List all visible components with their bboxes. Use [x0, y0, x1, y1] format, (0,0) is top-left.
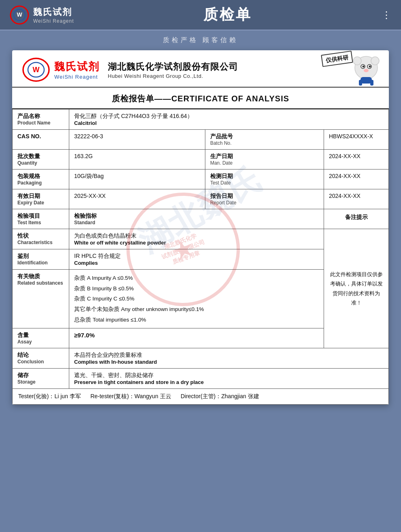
mascot-icon [350, 54, 382, 86]
characteristics-label: 性状 Characteristics [13, 229, 69, 249]
retester-label: Re-tester(复核)： [90, 393, 134, 399]
related-substances-label: 有关物质 Related substances [13, 270, 69, 328]
quantity-value: 163.2G [69, 150, 205, 169]
test-date-label: 检测日期 Test Date [205, 169, 324, 189]
conclusion-value: 本品符合企业内控质量标准 Complies with In-house stan… [69, 348, 389, 369]
assay-value: ≥97.0% [69, 328, 324, 348]
identification-label: 鉴别 Identification [13, 249, 69, 270]
document-container: 湖北魏氏 ★ 湖北魏氏化学试剂股份有限公司质检专用章 W 魏氏试剂 WeiShi… [12, 50, 389, 405]
characteristics-row: 性状 Characteristics 为白色或类白色结晶粉末 White or … [13, 229, 389, 249]
doc-header: W 魏氏试剂 WeiShi Reagent 湖北魏氏化学试剂股份有限公司 Hub… [12, 50, 389, 88]
man-date-value: 2024-XX-XX [324, 150, 389, 169]
remark-col-header: 备注提示 [324, 209, 389, 229]
batch-value: HBWS24XXXX-X [324, 130, 389, 150]
storage-value: 遮光、干燥、密封、阴凉处储存 Preserve in tight contain… [69, 369, 389, 389]
expiry-value: 2025-XX-XX [69, 189, 205, 209]
logo-area: W 魏氏试剂 WeiShi Reagent [10, 5, 74, 25]
svg-rect-15 [359, 80, 362, 86]
cas-label: CAS NO. [13, 130, 69, 150]
footer-content: Tester(化验)：Li jun 李军 Re-tester(复核)：Wangy… [13, 389, 389, 405]
svg-rect-14 [360, 77, 372, 84]
svg-rect-16 [370, 80, 373, 86]
svg-text:W: W [33, 66, 40, 74]
logo-en-text: WeiShi Reagent [33, 18, 74, 24]
product-name-label: 产品名称 Product Name [13, 109, 69, 130]
tester-name: Li jun 李军 [54, 393, 81, 399]
cas-value: 32222-06-3 [69, 130, 205, 150]
svg-point-12 [369, 66, 371, 68]
cas-batch-row: CAS NO. 32222-06-3 产品批号 Batch No. HBWS24… [13, 130, 389, 150]
svg-point-13 [364, 69, 369, 72]
director-name: Zhangjian 张建 [221, 393, 259, 399]
remark-content: 此文件检测项目仅供参考确认，具体订单以发货同行的技术资料为准！ [324, 229, 389, 348]
product-name-row: 产品名称 Product Name 骨化三醇（分子式 C27H44O3 分子量 … [13, 109, 389, 130]
conclusion-label: 结论 Conclusion [13, 348, 69, 369]
doc-logo-texts: 魏氏试剂 WeiShi Reagent [54, 60, 100, 80]
doc-company-en: Hubei Weishi Reagent Group Co.,Ltd. [108, 73, 379, 79]
top-bar: W 魏氏试剂 WeiShi Reagent 质检单 ⋮ [0, 0, 401, 30]
test-items-header-row: 检验项目 Test Items 检验指标 Standard 备注提示 [13, 209, 389, 229]
page-title: 质检单 [203, 5, 252, 25]
subtitle-bar: 质检严格 顾客信赖 [0, 30, 401, 50]
cert-table: 产品名称 Product Name 骨化三醇（分子式 C27H44O3 分子量 … [12, 109, 389, 405]
test-items-col-header: 检验项目 Test Items [13, 209, 69, 229]
batch-label: 产品批号 Batch No. [205, 130, 324, 150]
cert-title: 质检报告单——CERTIFICATE OF ANALYSIS [12, 88, 389, 109]
tester-label: Tester(化验)： [18, 393, 54, 399]
packaging-label: 包装规格 Packaging [13, 169, 69, 189]
characteristics-value: 为白色或类白色结晶粉末 White or off white crystalli… [69, 229, 324, 249]
storage-label: 储存 Storage [13, 369, 69, 389]
man-date-label: 生产日期 Man. Date [205, 150, 324, 169]
storage-row: 储存 Storage 遮光、干燥、密封、阴凉处储存 Preserve in ti… [13, 369, 389, 389]
logo-cn-text: 魏氏试剂 [33, 6, 74, 18]
packaging-value: 10G/袋/Bag [69, 169, 205, 189]
director-label: Director(主管)： [181, 393, 221, 399]
quantity-label: 批次数量 Quantity [13, 150, 69, 169]
standard-col-header: 检验指标 Standard [69, 209, 324, 229]
identification-value: IR HPLC 符合规定 Complies [69, 249, 324, 270]
quantity-mandate-row: 批次数量 Quantity 163.2G 生产日期 Man. Date 2024… [13, 150, 389, 169]
conclusion-row: 结论 Conclusion 本品符合企业内控质量标准 Complies with… [13, 348, 389, 369]
subtitle-text: 质检严格 顾客信赖 [163, 36, 238, 43]
packaging-testdate-row: 包装规格 Packaging 10G/袋/Bag 检测日期 Test Date … [13, 169, 389, 189]
doc-logo-svg: W [22, 58, 50, 82]
doc-logo-en: WeiShi Reagent [54, 74, 100, 80]
expiry-reportdate-row: 有效日期 Expiry Date 2025-XX-XX 报告日期 Report … [13, 189, 389, 209]
svg-point-8 [371, 57, 379, 65]
more-menu-icon[interactable]: ⋮ [382, 9, 391, 21]
doc-logo-area: W 魏氏试剂 WeiShi Reagent [22, 58, 100, 82]
doc-logo-cn: 魏氏试剂 [54, 60, 100, 74]
related-substances-value: 杂质 A Impurity A ≤0.5%杂质 B Impurity B ≤0.… [69, 270, 324, 328]
svg-point-7 [353, 57, 361, 65]
test-date-value: 2024-XX-XX [324, 169, 389, 189]
svg-text:W: W [17, 11, 22, 18]
report-date-label: 报告日期 Report Date [205, 189, 324, 209]
report-date-value: 2024-XX-XX [324, 189, 389, 209]
retester-name: Wangyun 王云 [134, 393, 171, 399]
weishi-logo-icon: W [10, 5, 29, 25]
footer-row: Tester(化验)：Li jun 李军 Re-tester(复核)：Wangy… [13, 389, 389, 405]
expiry-label: 有效日期 Expiry Date [13, 189, 69, 209]
logo-text-area: 魏氏试剂 WeiShi Reagent [33, 6, 74, 24]
product-name-value: 骨化三醇（分子式 C27H44O3 分子量 416.64） Calcitriol [69, 109, 389, 130]
svg-point-11 [363, 66, 365, 68]
assay-label: 含量 Assay [13, 328, 69, 348]
